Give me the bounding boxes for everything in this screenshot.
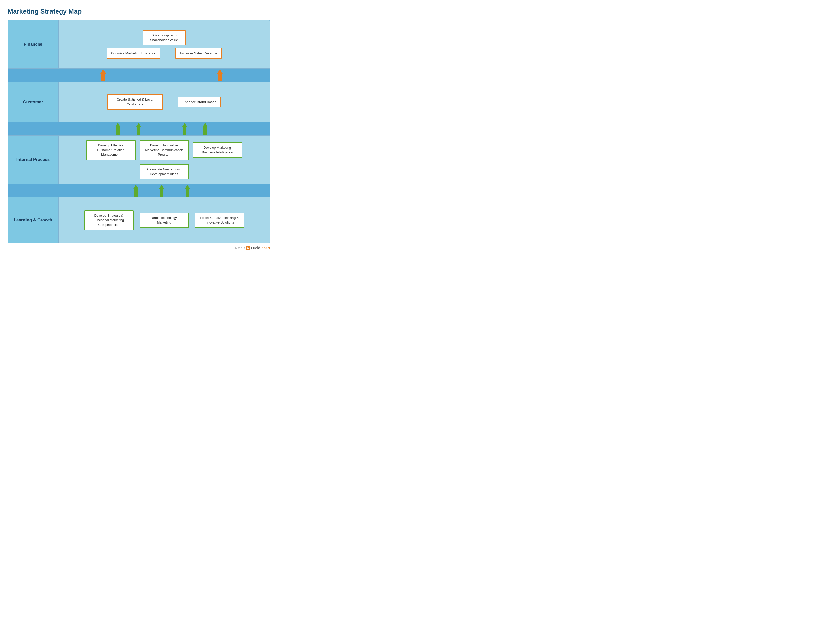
internal-content: Develop Effective Customer Relation Mana… xyxy=(59,135,270,184)
arrow-green-2 xyxy=(136,123,142,135)
financial-box-2: Increase Sales Revenue xyxy=(175,48,222,59)
arrows-financial-customer xyxy=(8,69,270,82)
arrow-green-5 xyxy=(133,185,138,197)
lucid-chart: chart xyxy=(262,246,270,250)
customer-content: Create Satisfied & Loyal Customers Enhan… xyxy=(59,82,270,122)
financial-content: Drive Long-TermShareholder Value Optimiz… xyxy=(59,21,270,68)
customer-box-1: Create Satisfied & Loyal Customers xyxy=(107,94,163,110)
made-in-text: Made in xyxy=(235,246,245,250)
arrow-green-7 xyxy=(185,185,190,197)
learning-box-2: Enhance Technology for Marketing xyxy=(140,213,189,228)
arrow-green-3 xyxy=(182,123,187,135)
learning-row: Learning & Growth Develop Strategic & Fu… xyxy=(8,198,270,243)
lucid-name: Lucid xyxy=(251,246,260,250)
internal-box-1: Develop Effective Customer Relation Mana… xyxy=(86,140,135,160)
learning-box-3: Foster Creative Thinking & Innovative So… xyxy=(195,213,244,228)
internal-box-2: Develop Innovative Marketing Communicati… xyxy=(140,140,189,160)
learning-label: Learning & Growth xyxy=(8,198,59,243)
customer-label: Customer xyxy=(8,82,59,122)
customer-row: Customer Create Satisfied & Loyal Custom… xyxy=(8,82,270,122)
internal-box-3: Develop Marketing Business Intelligence xyxy=(193,142,242,158)
arrow-green-4 xyxy=(203,123,208,135)
learning-box-1: Develop Strategic & Functional Marketing… xyxy=(84,210,133,230)
internal-label: Internal Process xyxy=(8,135,59,184)
financial-box-1: Optimize Marketing Efficiency xyxy=(106,48,161,59)
arrow-up-1 xyxy=(100,69,106,81)
internal-row: Internal Process Develop Effective Custo… xyxy=(8,135,270,184)
branding: Made in Lucidchart xyxy=(8,246,270,250)
strategy-map: Financial Drive Long-TermShareholder Val… xyxy=(8,20,270,243)
arrow-green-6 xyxy=(159,185,164,197)
page-title: Marketing Strategy Map xyxy=(8,8,270,15)
learning-content: Develop Strategic & Functional Marketing… xyxy=(59,198,270,243)
arrows-internal-learning xyxy=(8,184,270,198)
financial-label: Financial xyxy=(8,21,59,68)
arrow-up-2 xyxy=(217,69,223,81)
arrows-customer-internal xyxy=(8,122,270,135)
customer-box-2: Enhance Brand Image xyxy=(178,97,221,108)
arrow-green-1 xyxy=(115,123,121,135)
internal-box-4: Accelerate New Product Development Ideas xyxy=(140,164,189,179)
financial-box-top: Drive Long-TermShareholder Value xyxy=(143,30,185,46)
lucid-icon xyxy=(246,246,250,250)
financial-row: Financial Drive Long-TermShareholder Val… xyxy=(8,21,270,69)
